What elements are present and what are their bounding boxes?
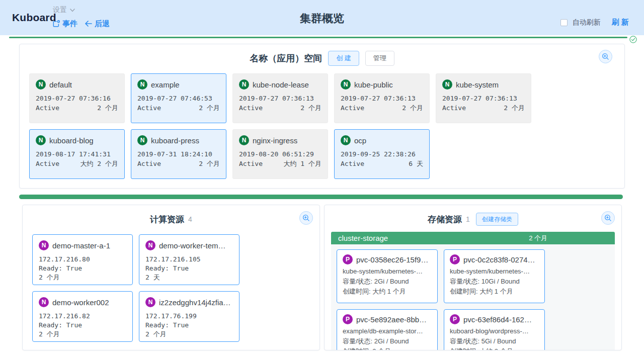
node-ip: 172.17.216.80 (39, 255, 126, 264)
namespace-status: Active (341, 159, 364, 168)
namespace-age: 大约 1 个月 (284, 159, 321, 168)
storage-zoom-button[interactable] (601, 211, 615, 225)
node-ready-status: Ready: True (145, 321, 233, 330)
namespaces-title: 名称（应用）空间 (250, 52, 322, 64)
namespace-card[interactable]: N example 2019-07-27 07:46:53 Active 2 个… (131, 73, 226, 123)
node-ip: 172.17.216.82 (39, 312, 126, 321)
namespace-age: 2 个月 (402, 104, 423, 113)
pvc-name: pvc-5e892aee-8bb… (356, 315, 427, 324)
namespace-card[interactable]: N kube-node-lease 2019-07-27 07:36:13 Ac… (232, 73, 328, 123)
node-card[interactable]: N iz2zedgghv14j4zfia… 172.17.76.199 Read… (139, 291, 239, 342)
namespace-card-grid: N default 2019-07-27 07:36:16 Active 2 个… (20, 70, 624, 182)
pvc-icon: P (343, 314, 353, 324)
pvc-card-grid: P pvc-0358ec26-15f9… kube-system/kuberne… (331, 244, 615, 350)
header-actions: 自动刷新 刷 新 (560, 18, 629, 27)
pvc-card[interactable]: P pvc-0c2c83f8-0274… kube-system/kuberne… (444, 249, 545, 303)
pvc-card[interactable]: P pvc-63ef86d4-162… kuboard-blog/wordpre… (444, 309, 545, 350)
node-icon: N (145, 240, 155, 250)
namespace-icon: N (341, 79, 351, 89)
node-name: demo-worker002 (52, 298, 109, 307)
namespace-name: nginx-ingress (253, 136, 297, 145)
pvc-created-at: 创建时间: 2 个月 (343, 346, 432, 350)
zoom-in-icon (602, 53, 609, 60)
namespace-status: Active (137, 104, 161, 113)
namespace-created-at: 2019-08-20 06:51:29 (239, 150, 321, 159)
app-header: Kuboard 设置 事件 后退 集群概览 自动刷新 刷 新 (0, 0, 644, 35)
storage-count: 1 (466, 215, 470, 223)
namespace-card[interactable]: N kube-system 2019-07-27 07:36:13 Active… (436, 73, 531, 123)
namespace-age: 2 个月 (97, 104, 118, 113)
namespace-name: kuboard-press (151, 136, 199, 145)
node-age: 2 个月 (39, 273, 126, 282)
auto-refresh-checkbox[interactable] (560, 19, 568, 26)
namespace-name: kube-public (354, 80, 393, 89)
create-storage-class-button[interactable]: 创建存储类 (476, 213, 518, 226)
node-card[interactable]: N demo-worker002 172.17.216.82 Ready: Tr… (32, 291, 133, 342)
namespace-icon: N (36, 79, 46, 89)
node-icon: N (39, 240, 49, 250)
pvc-created-at: 创建时间: 大约 2 个月 (450, 346, 539, 350)
node-icon: N (39, 297, 49, 307)
namespace-card[interactable]: N ocp 2019-09-25 22:38:26 Active 6 天 (334, 129, 430, 179)
node-ready-status: Ready: True (39, 264, 126, 273)
namespace-icon: N (239, 135, 249, 145)
pvc-card[interactable]: P pvc-5e892aee-8bb… example/db-example-s… (337, 309, 438, 350)
namespace-created-at: 2019-07-27 07:46:53 (137, 94, 220, 103)
namespace-status: Active (239, 159, 263, 168)
namespace-created-at: 2019-07-27 07:36:13 (239, 94, 321, 103)
namespace-status: Active (137, 159, 161, 168)
namespace-age: 2 个月 (199, 104, 220, 113)
compute-count: 4 (188, 215, 192, 223)
zoom-in-icon (302, 214, 310, 222)
create-namespace-button[interactable]: 创 建 (328, 51, 359, 66)
section-divider-bar (19, 195, 623, 199)
namespace-card[interactable]: N kuboard-blog 2019-08-17 17:41:31 Activ… (29, 129, 125, 179)
namespace-icon: N (137, 135, 147, 145)
namespace-status: Active (239, 104, 263, 113)
namespace-card[interactable]: N nginx-ingress 2019-08-20 06:51:29 Acti… (232, 129, 328, 179)
namespace-age: 大约 2 个月 (80, 159, 118, 168)
namespace-age: 2 个月 (199, 159, 220, 168)
storage-panel-header: 存储资源 1 创建存储类 (325, 212, 621, 227)
pvc-claim: kube-system/kubernetes-… (450, 266, 539, 277)
manage-namespace-button[interactable]: 管理 (365, 51, 394, 66)
pvc-card[interactable]: P pvc-0358ec26-15f9… kube-system/kuberne… (337, 249, 438, 303)
namespaces-zoom-button[interactable] (599, 50, 612, 63)
pvc-created-at: 创建时间: 大约 1 个月 (450, 287, 539, 297)
namespace-icon: N (341, 135, 351, 145)
namespace-icon: N (36, 135, 46, 145)
progress-line (9, 37, 627, 38)
node-card[interactable]: N demo-worker-tem… 172.17.216.105 Ready:… (139, 234, 239, 285)
namespace-name: ocp (354, 136, 366, 145)
pvc-capacity-status: 容量/状态: 2Gi / Bound (343, 277, 432, 287)
namespace-card[interactable]: N default 2019-07-27 07:36:16 Active 2 个… (29, 73, 125, 123)
storage-class-name: cluster-storage (338, 234, 388, 242)
namespace-name: kube-node-lease (253, 80, 309, 89)
namespace-card[interactable]: N kube-public 2019-07-27 07:36:13 Active… (334, 73, 430, 123)
storage-class-age: 2 个月 (529, 234, 547, 243)
pvc-capacity-status: 容量/状态: 10Gi / Bound (450, 277, 539, 287)
node-age: 2 个月 (145, 330, 233, 339)
namespace-icon: N (442, 79, 452, 89)
compute-panel-header: 计算资源 4 (23, 212, 319, 227)
node-card[interactable]: N demo-master-a-1 172.17.216.80 Ready: T… (32, 234, 133, 285)
storage-class-header[interactable]: cluster-storage 2 个月 (331, 232, 615, 244)
node-ip: 172.17.216.105 (145, 255, 233, 264)
node-age: 2 天 (145, 273, 233, 282)
page: Kuboard 设置 事件 后退 集群概览 自动刷新 刷 新 (0, 0, 644, 362)
pvc-icon: P (450, 254, 460, 264)
namespace-card[interactable]: N kuboard-press 2019-07-31 18:24:10 Acti… (131, 129, 226, 179)
namespace-created-at: 2019-07-31 18:24:10 (137, 150, 220, 159)
storage-class-group: cluster-storage 2 个月 P pvc-0358ec26-15f9… (331, 232, 615, 350)
node-age: 2 个月 (39, 330, 126, 339)
namespaces-panel: 名称（应用）空间 创 建 管理 N default 2019-07-27 07:… (19, 44, 625, 189)
namespace-name: default (49, 80, 72, 89)
namespace-name: example (151, 80, 180, 89)
namespace-created-at: 2019-07-27 07:36:13 (442, 94, 525, 103)
node-name: iz2zedgghv14j4zfia… (159, 298, 231, 307)
pvc-capacity-status: 容量/状态: 2Gi / Bound (343, 336, 432, 346)
node-card-grid: N demo-master-a-1 172.17.216.80 Ready: T… (23, 231, 319, 345)
refresh-button[interactable]: 刷 新 (612, 18, 629, 27)
compute-zoom-button[interactable] (299, 211, 313, 225)
namespace-icon: N (239, 79, 249, 89)
